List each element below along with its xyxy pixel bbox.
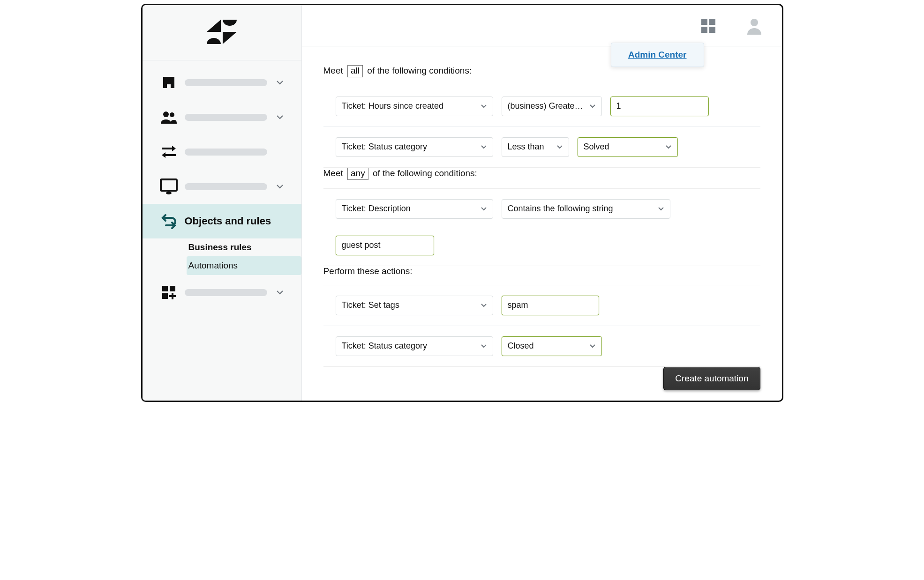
- chevron-down-icon: [481, 144, 487, 150]
- svg-rect-9: [701, 27, 707, 33]
- chevron-down-icon: [481, 103, 487, 110]
- placeholder-bar: [185, 149, 267, 156]
- chevron-down-icon: [665, 144, 672, 150]
- automation-form: Meet all of the following conditions: Ti…: [302, 46, 782, 401]
- sidebar-item-label: Objects and rules: [185, 215, 291, 227]
- all-conditions-block: Ticket: Hours since created (business) G…: [323, 86, 760, 168]
- placeholder-bar: [185, 79, 267, 86]
- admin-center-tooltip: Admin Center: [611, 43, 704, 67]
- chevron-down-icon: [274, 286, 286, 298]
- app-frame: Objects and rules Business rules Automat…: [141, 4, 783, 402]
- condition-field-select[interactable]: Ticket: Status category: [336, 137, 493, 157]
- svg-rect-5: [170, 286, 175, 291]
- sidebar-item-workspaces[interactable]: [143, 169, 301, 204]
- chip-any: any: [347, 168, 368, 180]
- any-conditions-title: Meet any of the following conditions:: [323, 168, 760, 180]
- action-row-2: Ticket: Status category Closed: [323, 326, 760, 366]
- sidebar-item-people[interactable]: [143, 100, 301, 134]
- chevron-down-icon: [274, 111, 286, 123]
- main-area: Admin Center Meet all of the following c…: [302, 5, 782, 401]
- create-automation-button[interactable]: Create automation: [663, 367, 760, 390]
- svg-rect-10: [709, 27, 715, 33]
- sidebar-subnav: Business rules Automations: [143, 238, 301, 275]
- svg-rect-4: [162, 286, 168, 291]
- condition-row-1: Ticket: Description Contains the followi…: [323, 189, 760, 266]
- any-conditions-block: Ticket: Description Contains the followi…: [323, 188, 760, 266]
- building-icon: [159, 73, 178, 92]
- arrows-icon: [159, 142, 178, 161]
- condition-operator-select[interactable]: (business) Greater than: [502, 97, 602, 116]
- condition-operator-select[interactable]: Contains the following string: [502, 199, 670, 219]
- chevron-down-icon: [274, 180, 286, 193]
- topbar: [302, 5, 782, 46]
- logo-area: [143, 5, 301, 60]
- condition-row-1: Ticket: Hours since created (business) G…: [323, 86, 760, 127]
- actions-block: Ticket: Set tags spam Ticket: Status cat…: [323, 285, 760, 367]
- chevron-down-icon: [556, 144, 563, 150]
- condition-field-select[interactable]: Ticket: Hours since created: [336, 97, 493, 116]
- apps-add-icon: [159, 283, 178, 302]
- svg-rect-8: [709, 19, 715, 25]
- svg-rect-6: [162, 293, 168, 299]
- svg-point-1: [170, 112, 174, 117]
- condition-value-input[interactable]: 1: [610, 97, 709, 116]
- sidebar-item-objects-rules[interactable]: Objects and rules: [143, 204, 301, 238]
- sidebar-item-apps[interactable]: [143, 275, 301, 310]
- svg-point-3: [166, 192, 172, 194]
- placeholder-bar: [185, 114, 267, 121]
- action-field-select[interactable]: Ticket: Status category: [336, 336, 493, 356]
- zendesk-logo-icon: [207, 20, 237, 45]
- svg-point-0: [163, 112, 169, 117]
- chevron-down-icon: [481, 206, 487, 212]
- placeholder-bar: [185, 289, 267, 296]
- chevron-down-icon: [589, 343, 596, 349]
- user-profile-icon[interactable]: [745, 17, 763, 35]
- svg-rect-7: [701, 19, 707, 25]
- sidebar-nav: Objects and rules Business rules Automat…: [143, 60, 301, 310]
- svg-point-11: [751, 19, 758, 26]
- actions-title: Perform these actions:: [323, 266, 760, 276]
- chevron-down-icon: [481, 302, 487, 309]
- placeholder-bar: [185, 183, 267, 190]
- action-value-input[interactable]: spam: [502, 296, 599, 315]
- sidebar-item-channels[interactable]: [143, 134, 301, 169]
- condition-value-input[interactable]: guest post: [336, 236, 434, 255]
- admin-center-link[interactable]: Admin Center: [628, 50, 687, 59]
- sidebar-item-account[interactable]: [143, 65, 301, 100]
- action-field-select[interactable]: Ticket: Set tags: [336, 296, 493, 315]
- people-icon: [159, 108, 178, 126]
- svg-rect-2: [161, 179, 177, 191]
- chevron-down-icon: [481, 343, 487, 349]
- sidebar: Objects and rules Business rules Automat…: [143, 5, 302, 401]
- condition-row-2: Ticket: Status category Less than Solved: [323, 127, 760, 167]
- action-value-select[interactable]: Closed: [502, 336, 602, 356]
- chip-all: all: [347, 65, 363, 77]
- apps-grid-icon[interactable]: [699, 17, 717, 35]
- chevron-down-icon: [658, 206, 664, 212]
- action-row-1: Ticket: Set tags spam: [323, 285, 760, 326]
- condition-operator-select[interactable]: Less than: [502, 137, 569, 157]
- workflow-icon: [159, 212, 178, 231]
- chevron-down-icon: [274, 76, 286, 89]
- monitor-icon: [159, 177, 178, 196]
- condition-value-select[interactable]: Solved: [578, 137, 678, 157]
- condition-field-select[interactable]: Ticket: Description: [336, 199, 493, 219]
- subnav-link-automations[interactable]: Automations: [187, 256, 301, 275]
- chevron-down-icon: [589, 103, 596, 110]
- subnav-group-business-rules: Business rules: [188, 238, 301, 256]
